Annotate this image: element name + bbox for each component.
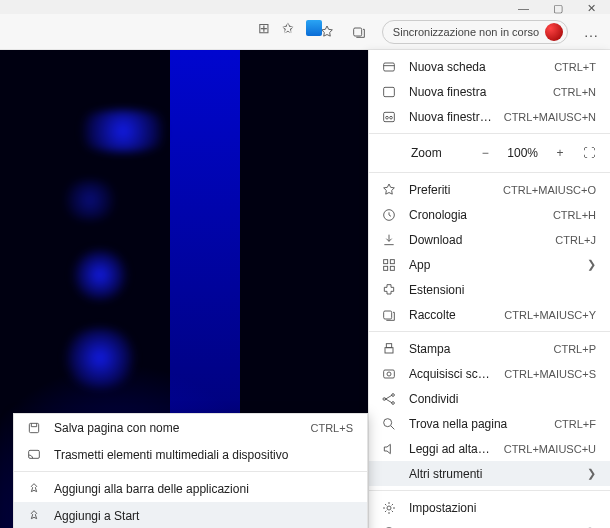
search-icon bbox=[381, 416, 397, 432]
sync-status-label: Sincronizzazione non in corso bbox=[393, 26, 539, 38]
extensions-grid-icon[interactable]: ⊞ bbox=[258, 20, 270, 36]
svg-rect-11 bbox=[390, 266, 394, 270]
svg-rect-1 bbox=[384, 63, 395, 71]
menu-separator bbox=[369, 490, 610, 491]
favorites-star-icon[interactable]: ✩ bbox=[282, 20, 294, 36]
pin-icon bbox=[26, 508, 42, 524]
svg-line-21 bbox=[391, 426, 394, 429]
window-controls: — ▢ ✕ bbox=[518, 0, 610, 14]
active-tab-icon bbox=[306, 20, 322, 36]
tab-icon bbox=[381, 59, 397, 75]
menu-read-aloud[interactable]: Leggi ad alta voce CTRL+MAIUSC+U bbox=[369, 436, 610, 461]
capture-icon bbox=[381, 366, 397, 382]
fullscreen-button[interactable]: ⛶ bbox=[578, 142, 600, 164]
menu-separator bbox=[14, 471, 367, 472]
cast-icon bbox=[26, 447, 42, 463]
collections-icon bbox=[381, 307, 397, 323]
zoom-controls: Zoom − 100% + ⛶ bbox=[369, 138, 610, 168]
menu-separator bbox=[369, 133, 610, 134]
submenu-pin-start[interactable]: Aggiungi a Start bbox=[14, 502, 367, 528]
menu-downloads[interactable]: Download CTRL+J bbox=[369, 227, 610, 252]
download-icon bbox=[381, 232, 397, 248]
settings-menu: Nuova scheda CTRL+T Nuova finestra CTRL+… bbox=[368, 50, 610, 528]
zoom-out-button[interactable]: − bbox=[473, 142, 497, 164]
svg-rect-26 bbox=[29, 450, 40, 458]
menu-find[interactable]: Trova nella pagina CTRL+F bbox=[369, 411, 610, 436]
more-tools-submenu: Salva pagina con nome CTRL+S Trasmetti e… bbox=[13, 413, 368, 528]
inprivate-icon bbox=[381, 109, 397, 125]
chevron-right-icon: ❯ bbox=[587, 467, 596, 480]
help-icon bbox=[381, 525, 397, 529]
clock-icon bbox=[381, 207, 397, 223]
zoom-label: Zoom bbox=[411, 146, 467, 160]
save-icon bbox=[26, 420, 42, 436]
minimize-button[interactable]: — bbox=[518, 2, 529, 14]
menu-separator bbox=[369, 172, 610, 173]
svg-rect-0 bbox=[354, 28, 362, 36]
speaker-icon bbox=[381, 441, 397, 457]
svg-rect-4 bbox=[384, 112, 395, 121]
svg-rect-25 bbox=[29, 423, 38, 432]
menu-new-window[interactable]: Nuova finestra CTRL+N bbox=[369, 79, 610, 104]
svg-point-6 bbox=[390, 116, 393, 119]
svg-point-16 bbox=[387, 372, 391, 376]
menu-extensions[interactable]: Estensioni bbox=[369, 277, 610, 302]
svg-point-5 bbox=[386, 116, 389, 119]
zoom-in-button[interactable]: + bbox=[548, 142, 572, 164]
window-icon bbox=[381, 84, 397, 100]
share-icon bbox=[381, 391, 397, 407]
svg-rect-10 bbox=[384, 266, 388, 270]
menu-separator bbox=[369, 331, 610, 332]
chevron-right-icon: ❯ bbox=[587, 258, 596, 271]
profile-sync-pill[interactable]: Sincronizzazione non in corso bbox=[382, 20, 568, 44]
svg-point-18 bbox=[392, 401, 395, 404]
svg-rect-9 bbox=[390, 259, 394, 263]
close-window-button[interactable]: ✕ bbox=[587, 2, 596, 14]
svg-rect-12 bbox=[384, 311, 392, 319]
puzzle-icon bbox=[381, 282, 397, 298]
svg-rect-13 bbox=[385, 347, 393, 352]
menu-share[interactable]: Condividi bbox=[369, 386, 610, 411]
menu-favorites[interactable]: Preferiti CTRL+MAIUSC+O bbox=[369, 177, 610, 202]
menu-more-tools[interactable]: Altri strumenti ❯ bbox=[369, 461, 610, 486]
svg-rect-15 bbox=[384, 370, 395, 378]
svg-rect-14 bbox=[386, 343, 391, 347]
menu-settings[interactable]: Impostazioni bbox=[369, 495, 610, 520]
submenu-cast[interactable]: Trasmetti elementi multimediali a dispos… bbox=[14, 441, 367, 468]
menu-new-inprivate[interactable]: Nuova finestra InPrivate CTRL+MAIUSC+N bbox=[369, 104, 610, 129]
star-icon bbox=[381, 182, 397, 198]
menu-history[interactable]: Cronologia CTRL+H bbox=[369, 202, 610, 227]
svg-rect-3 bbox=[384, 87, 395, 96]
blank-icon bbox=[381, 466, 397, 482]
menu-collections[interactable]: Raccolte CTRL+MAIUSC+Y bbox=[369, 302, 610, 327]
svg-point-22 bbox=[387, 506, 391, 510]
browser-toolbar: ⊞ ✩ Sincronizzazione non in corso … bbox=[0, 14, 610, 50]
svg-point-17 bbox=[392, 393, 395, 396]
svg-rect-8 bbox=[384, 259, 388, 263]
svg-point-20 bbox=[384, 418, 392, 426]
submenu-pin-taskbar[interactable]: Aggiungi alla barra delle applicazioni bbox=[14, 475, 367, 502]
submenu-save-as[interactable]: Salva pagina con nome CTRL+S bbox=[14, 414, 367, 441]
menu-web-capture[interactable]: Acquisisci schermata Web CTRL+MAIUSC+S bbox=[369, 361, 610, 386]
zoom-value: 100% bbox=[503, 146, 542, 160]
menu-help[interactable]: Guida e feedback ❯ bbox=[369, 520, 610, 528]
menu-apps[interactable]: App ❯ bbox=[369, 252, 610, 277]
apps-icon bbox=[381, 257, 397, 273]
collections-icon[interactable] bbox=[350, 23, 368, 41]
gear-icon bbox=[381, 500, 397, 516]
svg-point-19 bbox=[383, 397, 386, 400]
maximize-button[interactable]: ▢ bbox=[553, 2, 563, 14]
pin-icon bbox=[26, 481, 42, 497]
menu-new-tab[interactable]: Nuova scheda CTRL+T bbox=[369, 54, 610, 79]
menu-print[interactable]: Stampa CTRL+P bbox=[369, 336, 610, 361]
avatar bbox=[545, 23, 563, 41]
more-menu-button[interactable]: … bbox=[582, 23, 600, 41]
printer-icon bbox=[381, 341, 397, 357]
